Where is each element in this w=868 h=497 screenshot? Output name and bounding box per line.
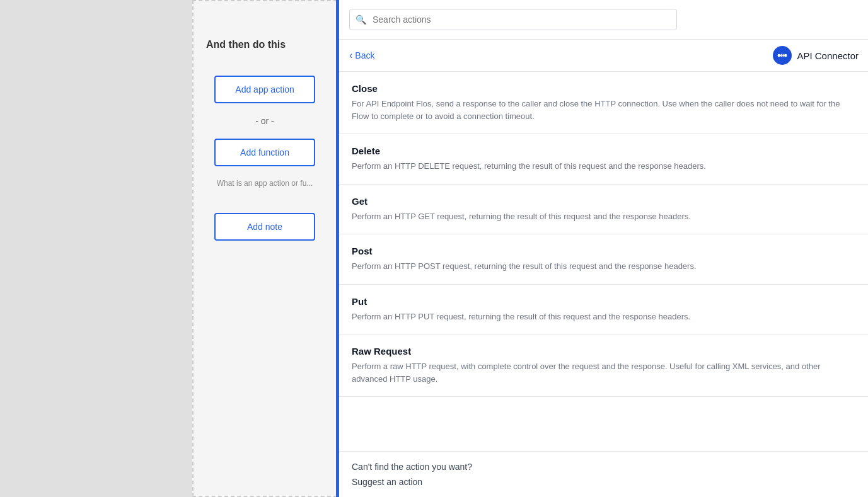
cant-find-text: Can't find the action you want? [352,462,856,472]
connector-icon [773,46,792,65]
action-item-desc: Perform an HTTP PUT request, returning t… [352,311,856,323]
action-item-title: Delete [352,146,856,156]
bottom-section: Can't find the action you want? Suggest … [339,451,868,497]
help-text: What is an app action or fu... [211,179,320,188]
action-item-desc: Perform an HTTP GET request, returning t… [352,210,856,223]
chevron-left-icon: ‹ [349,50,352,61]
connector-name: API Connector [797,50,859,61]
action-item-title: Raw Request [352,346,856,357]
blue-bar [336,0,339,497]
back-link[interactable]: ‹ Back [349,50,374,61]
action-item-desc: Perform a raw HTTP request, with complet… [352,360,856,385]
add-app-action-button[interactable]: Add app action [214,76,315,103]
add-function-button[interactable]: Add function [214,139,315,166]
action-item[interactable]: CloseFor API Endpoint Flos, send a respo… [339,72,868,134]
or-divider: - or - [255,116,274,126]
action-item-title: Get [352,196,856,207]
suggest-action-link[interactable]: Suggest an action [352,477,856,487]
outer-container: And then do this Add app action - or - A… [0,0,868,497]
actions-list[interactable]: CloseFor API Endpoint Flos, send a respo… [339,72,868,451]
action-item-title: Post [352,246,856,256]
action-item-desc: For API Endpoint Flos, send a response t… [352,98,856,122]
action-item-desc: Perform an HTTP DELETE request, returnin… [352,160,856,173]
actions-panel: 🔍 ‹ Back API Con [339,0,868,497]
action-item[interactable]: PostPerform an HTTP POST request, return… [339,234,868,285]
header-row: ‹ Back API Connector [339,40,868,72]
search-wrapper: 🔍 [349,9,677,30]
left-panel: And then do this Add app action - or - A… [192,0,337,497]
action-item-desc: Perform an HTTP POST request, returning … [352,260,856,273]
action-item-title: Put [352,296,856,307]
action-item-title: Close [352,83,856,94]
and-then-label: And then do this [194,39,286,50]
action-item[interactable]: Raw RequestPerform a raw HTTP request, w… [339,334,868,397]
back-label: Back [355,50,374,60]
connector-info: API Connector [773,46,859,65]
search-input[interactable] [349,9,677,30]
search-bar: 🔍 [339,0,868,40]
action-item[interactable]: GetPerform an HTTP GET request, returnin… [339,185,868,235]
search-icon: 🔍 [356,14,366,25]
action-item[interactable]: DeletePerform an HTTP DELETE request, re… [339,134,868,185]
action-item[interactable]: PutPerform an HTTP PUT request, returnin… [339,285,868,335]
add-note-button[interactable]: Add note [214,213,315,241]
